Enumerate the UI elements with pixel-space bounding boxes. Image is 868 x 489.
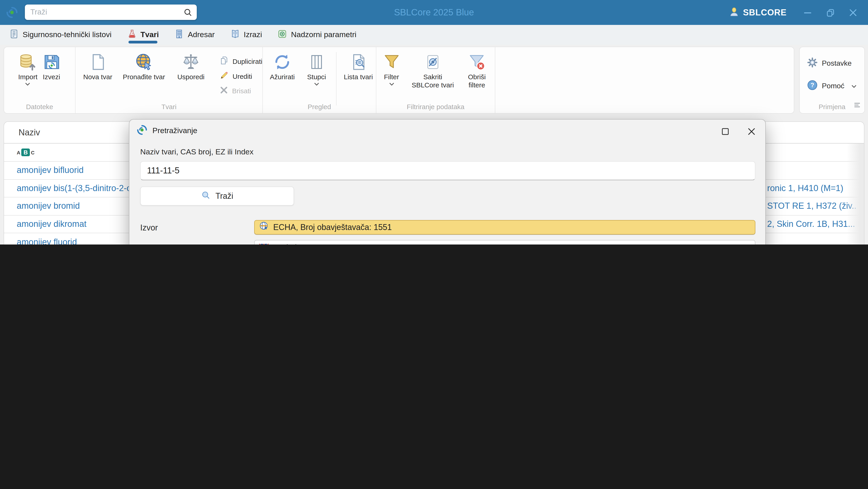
global-search[interactable] xyxy=(25,4,197,20)
columns-label: Stupci xyxy=(307,73,326,81)
substance-classification: 2, Skin Corr. 1B, H31... xyxy=(767,219,856,229)
user-name: SBLCORE xyxy=(743,7,786,18)
search-icon xyxy=(201,190,211,202)
group-divider xyxy=(336,52,336,106)
settings-label: Postavke xyxy=(822,59,852,67)
filter-funnel-icon xyxy=(382,51,401,73)
import-button[interactable]: Import xyxy=(18,51,37,86)
ribbon-group-pregled: Ažurirati Stupci xyxy=(263,47,376,113)
gear-icon xyxy=(807,57,818,70)
tab-izrazi[interactable]: Izrazi xyxy=(230,25,262,45)
clear-filter-icon xyxy=(468,51,486,73)
substance-classification: ronic 1, H410 (M=1) xyxy=(767,183,856,193)
tab-label: Izrazi xyxy=(244,30,262,39)
close-button[interactable] xyxy=(842,0,864,25)
dialog-close-button[interactable] xyxy=(745,124,758,138)
abc-a: A xyxy=(17,150,20,155)
substance-name: amonijev fluorid xyxy=(17,237,77,244)
filter-button[interactable]: Filter xyxy=(379,51,404,86)
user-menu[interactable]: SBLCORE xyxy=(728,6,786,19)
ribbon-tabs: Sigurnosno-tehnički listovi Tvari xyxy=(0,25,868,45)
duplicate-button[interactable]: Duplicirati xyxy=(219,56,262,66)
restore-button[interactable] xyxy=(819,0,842,25)
target-icon xyxy=(278,29,287,41)
dialog-title: Pretraživanje xyxy=(152,126,197,135)
global-search-input[interactable] xyxy=(25,7,183,17)
find-substance-button[interactable]: Pronađite tvar xyxy=(122,51,165,81)
search-icon[interactable] xyxy=(183,7,193,17)
substance-list-button[interactable]: Lista tvari xyxy=(343,51,374,81)
new-page-icon xyxy=(89,51,107,73)
ribbon-panel-primjena: Postavke ? Pomoć Primjena xyxy=(799,47,865,114)
flask-icon xyxy=(127,29,137,41)
export-label: Izvezi xyxy=(43,73,60,81)
tab-label: Nadzorni parametri xyxy=(291,30,356,39)
compare-button[interactable]: Usporedi xyxy=(170,51,212,81)
abc-c: C xyxy=(31,150,35,155)
help-button[interactable]: ? Pomoć xyxy=(807,80,864,92)
refresh-label: Ažurirati xyxy=(270,73,295,81)
minimize-button[interactable] xyxy=(797,0,819,25)
tab-adresar[interactable]: Adresar xyxy=(174,25,215,45)
new-substance-button[interactable]: Nova tvar xyxy=(78,51,118,81)
delete-x-icon xyxy=(219,86,228,96)
search-dialog: Pretraživanje Naziv tvari, CAS broj, EZ … xyxy=(129,119,766,244)
name-label: Naziv xyxy=(140,243,161,244)
app-window: SBLCore 2025 Blue SBLCORE xyxy=(0,0,868,244)
tab-label: Tvari xyxy=(141,30,159,39)
query-label: Naziv tvari, CAS broj, EZ ili Index xyxy=(140,148,253,157)
ribbon-group-filtriranje: Filter Sakriti SBLCore tvari xyxy=(376,47,495,113)
pencil-icon xyxy=(219,70,229,82)
source-value[interactable]: ECHA, Broj obavještavača: 1551 xyxy=(254,220,755,234)
chevron-down-icon xyxy=(389,82,394,86)
globe-icon xyxy=(259,222,269,233)
substance-list-label: Lista tvari xyxy=(344,73,373,81)
edit-label: Urediti xyxy=(232,72,252,80)
columns-button[interactable]: Stupci xyxy=(304,51,329,86)
edit-button[interactable]: Urediti xyxy=(219,70,262,82)
name-dropdown[interactable]: Methyl octanoate xyxy=(254,240,755,244)
dialog-search-button[interactable]: Traži xyxy=(140,186,294,206)
floppy-export-icon xyxy=(42,51,61,73)
tab-label: Adresar xyxy=(188,30,215,39)
ribbon-group-tvari: Nova tvar Pronađite tvar xyxy=(75,47,263,113)
substance-name: amonijev bifluorid xyxy=(17,166,84,175)
query-input[interactable] xyxy=(140,161,755,180)
delete-button[interactable]: Brisati xyxy=(219,86,262,96)
group-label-tvari: Tvari xyxy=(75,103,262,111)
dialog-logo-icon xyxy=(136,124,148,137)
globe-search-icon xyxy=(134,51,153,73)
scales-icon xyxy=(181,51,200,73)
duplicate-pages-icon xyxy=(219,56,229,66)
name-text: Methyl octanoate xyxy=(273,243,335,244)
refresh-button[interactable]: Ažurirati xyxy=(265,51,300,81)
menu-lines-icon[interactable] xyxy=(854,102,860,110)
substance-classification: STOT RE 1, H372 (živ... xyxy=(767,201,856,211)
dialog-maximize-button[interactable] xyxy=(718,124,732,138)
eye-slash-icon xyxy=(424,51,442,73)
hide-sblcore-substances-button[interactable]: Sakriti SBLCore tvari xyxy=(409,51,457,89)
substance-name: amonijev bis(1-(3,5-dinitro-2-oks xyxy=(17,183,140,193)
import-label: Import xyxy=(18,73,37,81)
building-icon xyxy=(174,29,184,41)
document-list-icon xyxy=(9,29,19,41)
tab-sigurnosno-tehnicki-listovi[interactable]: Sigurnosno-tehnički listovi xyxy=(9,25,112,45)
dialog-header[interactable]: Pretraživanje xyxy=(129,119,765,142)
dialog-search-label: Traži xyxy=(216,191,234,201)
chevron-down-icon xyxy=(314,82,319,86)
question-icon: ? xyxy=(807,80,818,92)
tab-nadzorni-parametri[interactable]: Nadzorni parametri xyxy=(278,25,356,45)
text-filter-icon[interactable]: A B C xyxy=(17,148,35,156)
tab-tvari[interactable]: Tvari xyxy=(127,25,159,45)
chevron-down-icon xyxy=(25,82,31,86)
settings-button[interactable]: Postavke xyxy=(807,57,864,70)
ribbon-group-datoteke: Import Izvezi xyxy=(4,47,75,113)
user-icon xyxy=(728,6,739,19)
clear-filters-button[interactable]: Obriši filtere xyxy=(461,51,493,89)
tab-label: Sigurnosno-tehnički listovi xyxy=(23,30,112,39)
svg-text:?: ? xyxy=(811,82,814,88)
export-button[interactable]: Izvezi xyxy=(42,51,61,81)
chevron-down-icon xyxy=(851,85,857,88)
ribbon-panel: Import Izvezi xyxy=(4,47,794,114)
filter-label: Filter xyxy=(384,73,399,81)
